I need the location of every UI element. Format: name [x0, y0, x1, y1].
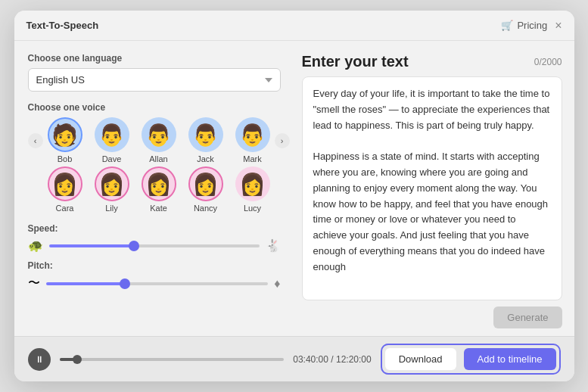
pitch-slider-row: 〜 ♦ [28, 275, 281, 291]
time-total: 12:20:00 [336, 354, 372, 365]
wave-icon: 〜 [28, 275, 40, 291]
progress-thumb [73, 355, 82, 364]
language-select[interactable]: English US English UK Spanish French Ger… [28, 68, 281, 92]
voice-item-lucy[interactable]: 👩 Lucy [231, 166, 275, 213]
cart-icon: 🛒 [501, 20, 513, 31]
time-current: 03:40:00 [293, 354, 328, 365]
add-timeline-button[interactable]: Add to timeline [464, 348, 556, 370]
time-separator: / [331, 354, 336, 365]
next-voice-button[interactable]: › [275, 133, 290, 148]
close-button[interactable]: × [555, 20, 562, 32]
pitch-label: Pitch: [28, 260, 281, 271]
pitch-row-wrapper: Pitch: 〜 ♦ [28, 260, 281, 291]
text-paragraph-2: Happiness is a state of mind. It starts … [313, 149, 551, 275]
progress-track[interactable] [60, 358, 285, 361]
voice-section-label: Choose one voice [28, 102, 281, 113]
title-bar: Text-To-Speech 🛒 Pricing × [14, 11, 574, 41]
voice-item-bob[interactable]: 🧑 Bob [43, 117, 87, 163]
modal-window: Text-To-Speech 🛒 Pricing × Choose one la… [14, 11, 574, 381]
voice-name-allan: Allan [149, 154, 167, 163]
speed-label: Speed: [28, 223, 281, 234]
modal-body: Choose one language English US English U… [14, 41, 574, 336]
slider-section: Speed: 🐢 🐇 Pitch: 〜 ♦ [28, 223, 281, 291]
pause-icon: ⏸ [35, 354, 44, 365]
time-display: 03:40:00 / 12:20:00 [293, 354, 371, 365]
voice-name-jack: Jack [197, 154, 214, 163]
language-section: Choose one language English US English U… [28, 53, 281, 92]
generate-row: Generate [302, 306, 562, 328]
avatar-jack: 👨 [188, 117, 223, 152]
voice-item-allan[interactable]: 👨 Allan [137, 117, 181, 163]
voice-row-male: ‹ 🧑 Bob 👨 [28, 117, 281, 163]
voice-item-nancy[interactable]: 👩 Nancy [184, 166, 228, 213]
voice-item-dave[interactable]: 👨 Dave [90, 117, 134, 163]
left-panel: Choose one language English US English U… [14, 41, 294, 336]
voice-item-mark[interactable]: 👨 Mark [231, 117, 275, 163]
pitch-slider[interactable] [46, 282, 269, 285]
voice-name-nancy: Nancy [194, 204, 217, 213]
download-button[interactable]: Download [385, 348, 456, 370]
voice-grid-male: 🧑 Bob 👨 Dave [43, 117, 275, 163]
title-bar-actions: 🛒 Pricing × [501, 20, 562, 32]
voice-item-jack[interactable]: 👨 Jack [184, 117, 228, 163]
voice-name-cara: Cara [56, 204, 74, 213]
speed-slider-row: 🐢 🐇 [28, 238, 281, 253]
playback-bar [60, 358, 285, 361]
generate-button[interactable]: Generate [493, 306, 562, 328]
window-title: Text-To-Speech [26, 20, 99, 31]
pause-button[interactable]: ⏸ [28, 348, 51, 371]
avatar-cara: 👩 [48, 166, 82, 201]
voice-name-mark: Mark [243, 154, 261, 163]
pricing-label: Pricing [517, 20, 547, 31]
voice-rows: ‹ 🧑 Bob 👨 [28, 117, 281, 213]
voice-name-kate: Kate [150, 204, 167, 213]
avatar-lucy: 👩 [235, 166, 270, 201]
text-area-header: Enter your text 0/2000 [302, 53, 562, 70]
voice-name-dave: Dave [102, 154, 122, 163]
prev-voice-button[interactable]: ‹ [28, 133, 43, 148]
avatar-bob: 🧑 [48, 117, 82, 152]
progress-fill [60, 358, 78, 361]
avatar-dave: 👨 [95, 117, 129, 152]
voice-name-lily: Lily [105, 204, 118, 213]
pitch-high-icon: ♦ [274, 277, 280, 291]
char-count: 0/2000 [534, 57, 562, 67]
right-panel: Enter your text 0/2000 Every day of your… [294, 41, 574, 336]
text-content-area[interactable]: Every day of your life, it is important … [302, 76, 562, 300]
avatar-kate: 👩 [142, 166, 176, 201]
voice-item-lily[interactable]: 👩 Lily [90, 166, 134, 213]
speed-row-wrapper: Speed: 🐢 🐇 [28, 223, 281, 253]
voice-item-cara[interactable]: 👩 Cara [43, 166, 87, 213]
text-area-title: Enter your text [302, 53, 409, 70]
text-paragraph-1: Every day of your life, it is important … [313, 86, 551, 133]
bottom-bar: ⏸ 03:40:00 / 12:20:00 Download Add to ti… [14, 336, 574, 381]
language-section-label: Choose one language [28, 53, 281, 64]
voice-name-lucy: Lucy [244, 204, 261, 213]
avatar-nancy: 👩 [188, 166, 223, 201]
rabbit-icon: 🐇 [266, 238, 281, 253]
turtle-icon: 🐢 [28, 238, 43, 253]
avatar-mark: 👨 [235, 117, 270, 152]
voice-section: Choose one voice ‹ 🧑 Bob [28, 102, 281, 213]
avatar-lily: 👩 [95, 166, 129, 201]
bottom-actions: Download Add to timeline [381, 344, 561, 375]
voice-row-female: 👩 Cara 👩 Lily [28, 166, 281, 213]
voice-item-kate[interactable]: 👩 Kate [137, 166, 181, 213]
speed-slider[interactable] [49, 244, 260, 247]
avatar-allan: 👨 [142, 117, 176, 152]
voice-grid-female: 👩 Cara 👩 Lily [43, 166, 275, 213]
pricing-button[interactable]: 🛒 Pricing [501, 20, 547, 31]
voice-name-bob: Bob [58, 154, 73, 163]
